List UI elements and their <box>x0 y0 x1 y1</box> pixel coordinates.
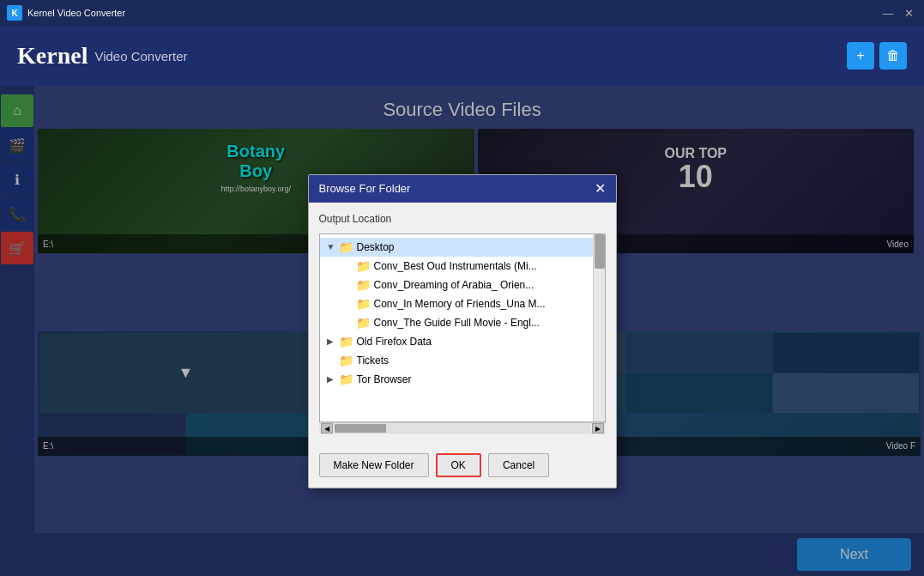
output-location-label: Output Location <box>319 213 606 225</box>
add-button[interactable]: + <box>847 42 874 70</box>
scrollbar-track-x <box>335 423 590 434</box>
dialog-titlebar: Browse For Folder ✕ <box>309 175 616 203</box>
folder-icon-conv4: 📁 <box>356 316 371 330</box>
make-new-folder-button[interactable]: Make New Folder <box>319 453 429 477</box>
folder-name-conv1: Conv_Best Oud Instrumentals (Mi... <box>374 260 537 272</box>
folder-item-desktop[interactable]: ▼ 📁 Desktop <box>320 238 605 257</box>
dialog-body: Output Location ▼ 📁 Desktop 📁 <box>309 203 616 445</box>
titlebar-controls: — ✕ <box>879 5 917 21</box>
folder-item-conv3[interactable]: 📁 Conv_In Memory of Friends_Una M... <box>320 294 605 313</box>
expand-arrow-firefox: ▶ <box>327 337 335 346</box>
folder-name-conv2: Conv_Dreaming of Arabia_ Orien... <box>374 279 534 291</box>
folder-icon-firefox: 📁 <box>339 335 353 349</box>
folder-item-conv4[interactable]: 📁 Conv_The Guide Full Movie - Engl... <box>320 313 605 332</box>
vertical-scrollbar[interactable] <box>593 234 605 421</box>
titlebar-title: Kernel Video Converter <box>27 8 125 18</box>
folder-name-desktop: Desktop <box>357 241 395 253</box>
dialog-overlay: Browse For Folder ✕ Output Location ▼ 📁 … <box>0 86 924 576</box>
delete-button[interactable]: 🗑 <box>879 42 907 70</box>
folder-name-conv4: Conv_The Guide Full Movie - Engl... <box>374 317 540 329</box>
main-area: Source Video Files ⌂ 🎬 ℹ 📞 🛒 Botany Boy … <box>0 86 924 576</box>
folder-icon-tor: 📁 <box>339 373 353 386</box>
cancel-button[interactable]: Cancel <box>488 453 549 477</box>
dialog-buttons: Make New Folder OK Cancel <box>309 445 616 488</box>
folder-icon-tickets: 📁 <box>339 354 353 367</box>
brand-name: Kernel <box>17 42 88 70</box>
titlebar-left: K Kernel Video Converter <box>7 5 125 21</box>
folder-icon-conv3: 📁 <box>356 297 371 311</box>
folder-name-tor: Tor Browser <box>357 373 412 385</box>
header: Kernel Video Converter + 🗑 <box>0 26 924 86</box>
folder-icon-conv2: 📁 <box>356 278 371 292</box>
folder-icon-conv1: 📁 <box>356 259 371 273</box>
ok-button[interactable]: OK <box>436 453 481 477</box>
folder-item-firefox[interactable]: ▶ 📁 Old Firefox Data <box>320 332 605 351</box>
horizontal-scrollbar[interactable]: ◀ ▶ <box>319 422 606 434</box>
folder-name-tickets: Tickets <box>357 355 390 367</box>
folder-name-firefox: Old Firefox Data <box>357 336 432 348</box>
titlebar: K Kernel Video Converter — ✕ <box>0 0 924 26</box>
dialog-close-button[interactable]: ✕ <box>595 182 606 196</box>
folder-item-conv1[interactable]: 📁 Conv_Best Oud Instrumentals (Mi... <box>320 257 605 276</box>
folder-item-conv2[interactable]: 📁 Conv_Dreaming of Arabia_ Orien... <box>320 276 605 294</box>
scroll-left-btn[interactable]: ◀ <box>321 423 333 434</box>
folder-tree[interactable]: ▼ 📁 Desktop 📁 Conv_Best Oud Instrumental… <box>319 233 606 422</box>
scroll-right-btn[interactable]: ▶ <box>592 423 604 434</box>
folder-name-conv3: Conv_In Memory of Friends_Una M... <box>374 298 546 310</box>
close-button[interactable]: ✕ <box>900 5 917 21</box>
brand-sub: Video Converter <box>94 49 187 64</box>
folder-tree-container: ▼ 📁 Desktop 📁 Conv_Best Oud Instrumental… <box>319 233 606 434</box>
folder-item-tickets[interactable]: 📁 Tickets <box>320 351 605 370</box>
header-actions: + 🗑 <box>847 42 907 70</box>
expand-arrow-tor: ▶ <box>327 374 335 384</box>
expand-arrow-desktop: ▼ <box>327 242 335 252</box>
folder-icon-desktop: 📁 <box>339 240 353 254</box>
scrollbar-thumb-y <box>595 234 605 269</box>
minimize-button[interactable]: — <box>879 5 897 21</box>
folder-item-tor[interactable]: ▶ 📁 Tor Browser <box>320 370 605 389</box>
dialog-title: Browse For Folder <box>319 182 411 195</box>
scrollbar-thumb-x <box>335 424 386 433</box>
browse-folder-dialog: Browse For Folder ✕ Output Location ▼ 📁 … <box>308 174 617 488</box>
brand: Kernel Video Converter <box>17 42 188 70</box>
app-logo: K <box>7 5 22 21</box>
